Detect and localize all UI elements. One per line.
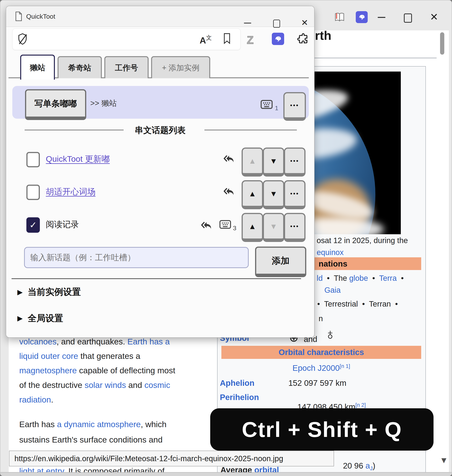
article-text-line: volcanoes, and earthquakes. Earth has a xyxy=(19,337,170,346)
popup-maximize-button[interactable] xyxy=(273,20,280,28)
add-topic-button[interactable]: 添加 xyxy=(255,247,306,277)
caret-right-icon[interactable]: ▶ xyxy=(17,314,23,322)
extensions-puzzle-icon[interactable] xyxy=(297,33,309,45)
global-settings-toggle[interactable]: 全局设置 xyxy=(28,312,63,324)
article-text-line: sustains Earth's surface conditions and xyxy=(19,435,162,444)
bookmark-icon[interactable] xyxy=(223,33,231,44)
article-text-line: of the destructive solar winds and cosmi… xyxy=(19,380,170,390)
epoch-link[interactable]: Epoch J2000 xyxy=(292,364,339,372)
tab-instance-2[interactable]: 希奇站 xyxy=(58,56,102,78)
z-library-icon[interactable]: Z xyxy=(247,33,253,46)
mastodon-extension-icon[interactable] xyxy=(356,11,368,23)
instance-settings-toggle[interactable]: 当前实例设置 xyxy=(28,286,81,298)
popup-close-button[interactable]: ✕ xyxy=(301,19,308,27)
reading-list-book-icon[interactable] xyxy=(334,12,345,23)
inline-link[interactable]: globe xyxy=(349,274,368,282)
orbital-characteristics-header-bar: Orbital characteristics xyxy=(221,346,421,359)
move-up-button[interactable]: ▲ xyxy=(242,213,263,242)
inline-link[interactable]: cosmic xyxy=(144,380,170,390)
move-down-button[interactable]: ▼ xyxy=(263,180,284,209)
inline-text: • xyxy=(397,274,404,282)
shield-off-icon[interactable] xyxy=(17,33,28,45)
alt-names-row3: • Terrestrial • Terran • xyxy=(317,300,398,308)
inline-link[interactable]: Terra xyxy=(379,274,397,282)
compose-target-label: >> 獭站 xyxy=(90,98,117,109)
aphelion-label[interactable]: Aphelion xyxy=(220,378,254,388)
inline-link[interactable]: ld xyxy=(317,274,323,282)
topic-more-button[interactable]: ••• xyxy=(284,148,306,176)
tab-instance-1[interactable]: 獭站 xyxy=(20,55,55,80)
inline-link[interactable]: Earth has a xyxy=(127,337,170,346)
epoch-row[interactable]: Epoch J2000[n 1] xyxy=(221,363,421,373)
scrollbar-down-arrow[interactable]: ▼ xyxy=(440,456,448,465)
reply-all-icon[interactable] xyxy=(224,153,236,164)
topic-checkbox-checked[interactable]: ✓ xyxy=(26,217,40,233)
alt-names-row1[interactable]: ld • The globe • Terra • xyxy=(317,274,404,282)
image-caption-equinox-link[interactable]: equinox xyxy=(317,248,344,257)
perihelion-label[interactable]: Perihelion xyxy=(220,393,259,402)
topic-more-button[interactable]: ••• xyxy=(284,180,306,209)
inline-link[interactable]: volcanoes xyxy=(19,337,57,346)
translate-icon[interactable]: A文 xyxy=(200,34,212,46)
move-up-button[interactable]: ▲ xyxy=(242,180,263,209)
scrollbar-thumb[interactable] xyxy=(440,32,444,55)
browser-minimize-button[interactable] xyxy=(378,17,386,18)
compose-toot-button[interactable]: 写单条嘟嘟 xyxy=(25,89,86,120)
inline-link[interactable]: a dynamic atmosphere xyxy=(57,420,141,429)
quicktoot-popup-window: QuickToot ✕ A文 Z xyxy=(6,6,315,338)
inline-link[interactable]: radiation xyxy=(19,395,51,404)
topic-link[interactable]: 胡适开心词场 xyxy=(46,186,95,197)
inline-link[interactable]: magnetosphere xyxy=(19,366,77,375)
browser-maximize-button[interactable] xyxy=(404,13,412,23)
alt-names-row4-fragment: n xyxy=(319,314,323,323)
topic-checkbox[interactable] xyxy=(26,185,40,200)
topic-more-button[interactable]: ••• xyxy=(284,213,306,242)
reply-all-icon[interactable] xyxy=(201,219,214,231)
tab-add-instance[interactable]: + 添加实例 xyxy=(151,56,210,78)
settings-divider xyxy=(12,278,301,279)
shortcut-text: Ctrl + Shift + Q xyxy=(242,417,402,442)
inline-text: capable of deflecting most xyxy=(77,366,175,375)
caret-right-icon[interactable]: ▶ xyxy=(17,288,23,296)
document-icon xyxy=(15,11,23,21)
browser-close-button[interactable]: ✕ xyxy=(430,12,438,22)
popup-title: QuickToot xyxy=(26,13,55,20)
browser-window: ✕ ▼ rth osat 12 in 2025, during the equi… xyxy=(0,0,452,476)
reply-all-icon[interactable] xyxy=(224,185,236,197)
article-text-line: liquid outer core that generates a xyxy=(19,351,140,361)
topic-shortcut-number: 3 xyxy=(233,225,236,232)
topic-link[interactable]: QuickToot 更新嘟 xyxy=(46,153,110,165)
topic-checkbox[interactable] xyxy=(26,152,40,167)
inline-text: • xyxy=(323,274,334,282)
header-rule-left xyxy=(25,130,124,130)
compose-shortcut-number: 1 xyxy=(275,105,278,112)
elephant-icon xyxy=(358,13,366,21)
inline-text: that generates a xyxy=(78,351,140,361)
mastodon-toolbar-icon[interactable] xyxy=(272,33,284,45)
popup-minimize-button[interactable] xyxy=(244,23,251,23)
header-rule-right xyxy=(205,130,297,130)
topic-label: 阅读记录 xyxy=(46,219,79,230)
keyboard-shortcut-icon xyxy=(219,220,231,229)
perihelion-footnote-ref[interactable]: [n 2] xyxy=(355,402,366,408)
epoch-footnote-ref[interactable]: [n 1] xyxy=(339,363,350,369)
tab-instance-3[interactable]: 工作号 xyxy=(104,56,149,78)
inline-text: sustains Earth's surface conditions and xyxy=(19,435,162,444)
compose-more-button[interactable]: ••• xyxy=(283,92,306,121)
inline-link[interactable]: solar winds xyxy=(85,380,126,390)
inline-link[interactable]: liquid outer core xyxy=(19,351,78,361)
inline-text: and xyxy=(126,380,145,390)
image-caption-line1: osat 12 in 2025, during the xyxy=(317,236,408,245)
new-topic-input[interactable] xyxy=(24,247,249,268)
article-text-line: magnetosphere capable of deflecting most xyxy=(19,366,175,375)
orbital-characteristics-header[interactable]: Orbital characteristics xyxy=(279,348,364,357)
move-up-button[interactable]: ▲ xyxy=(242,148,263,176)
inline-text: , and earthquakes. xyxy=(57,337,127,346)
open-book-icon xyxy=(334,12,345,23)
aphelion-value: 152 097 597 km xyxy=(288,378,346,388)
inline-text: The xyxy=(334,274,349,282)
move-down-button[interactable]: ▼ xyxy=(263,148,284,176)
move-down-button[interactable]: ▼ xyxy=(263,213,284,242)
alt-name-gaia-link[interactable]: Gaia xyxy=(324,286,341,294)
inline-text: . xyxy=(51,395,53,404)
